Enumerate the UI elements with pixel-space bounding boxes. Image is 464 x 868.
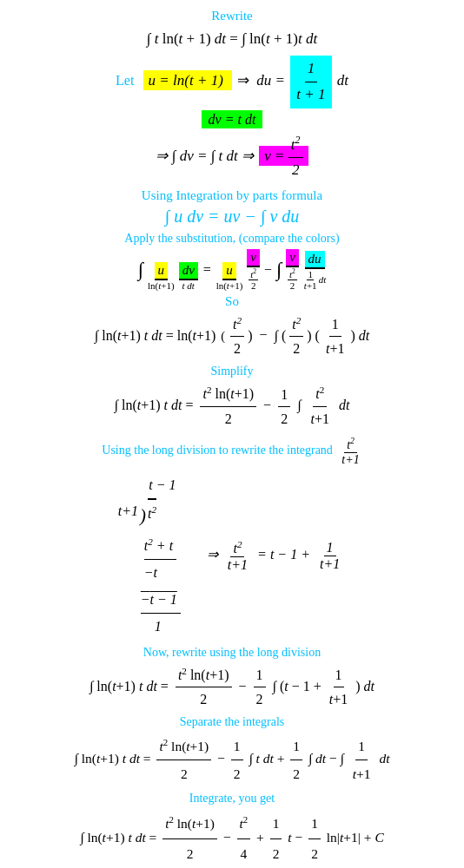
- u-definition: u = ln(t + 1): [143, 70, 232, 90]
- rewrite-title: Rewrite: [17, 9, 447, 23]
- long-div-right: ⇒ t2 t+1 = t − 1 + 1 t+1: [207, 539, 346, 573]
- v-line: ⇒ ∫ dv = ∫ t dt ⇒ v = t2 2: [17, 131, 447, 183]
- ibp-label: Using Integration by parts formula: [17, 188, 447, 203]
- simplify-formula: ∫ ln(t+1) t dt = t2 ln(t+1) 2 − 1 2 ∫ t2…: [17, 382, 447, 431]
- v-definition: v = t2 2: [259, 146, 308, 166]
- apply-label: Apply the substitution, (compare the col…: [17, 232, 447, 246]
- now-formula: ∫ ln(t+1) t dt = t2 ln(t+1) 2 − 1 2 ∫ (t…: [17, 663, 447, 712]
- line1: ∫ t ln(t + 1) dt = ∫ ln(t + 1)t dt: [17, 27, 447, 52]
- dv-line: dv = t dt: [17, 112, 447, 128]
- integrate-label: Integrate, you get: [17, 792, 447, 806]
- separate-label: Separate the integrals: [17, 715, 447, 729]
- integrate-formula: ∫ ln(t+1) t dt = t2 ln(t+1) 2 − t2 4 + 1…: [17, 809, 447, 868]
- apply-substitution-line: ∫ u ln(t+1) dv t dt = u ln(t+1) v t2 2 −…: [17, 249, 447, 291]
- du-definition: du = 1 t + 1 dt: [256, 72, 348, 89]
- now-label: Now, rewrite using the long division: [17, 646, 447, 660]
- longdiv-label: Using the long division to rewrite the i…: [17, 436, 447, 467]
- long-division-section: t − 1 t+1 ) t2 t2 + t −t −t − 1 1 ⇒ t2 t…: [17, 472, 447, 641]
- so-formula: ∫ ln(t+1) t dt = ln(t+1) ( t2 2 ) − ∫ ( …: [17, 312, 447, 361]
- let-line: Let u = ln(t + 1) ⇒ du = 1 t + 1 dt: [17, 56, 447, 108]
- ibp-formula: ∫ u dv = uv − ∫ v du: [17, 207, 447, 227]
- so-label: So: [17, 294, 447, 309]
- dv-definition: dv = t dt: [202, 110, 263, 128]
- let-label: Let: [116, 73, 134, 88]
- long-div-left: t − 1 t+1 ) t2 t2 + t −t −t − 1 1: [118, 472, 181, 641]
- separate-formula: ∫ ln(t+1) t dt = t2 ln(t+1) 2 − 1 2 ∫ t …: [17, 733, 447, 787]
- simplify-label: Simplify: [17, 365, 447, 378]
